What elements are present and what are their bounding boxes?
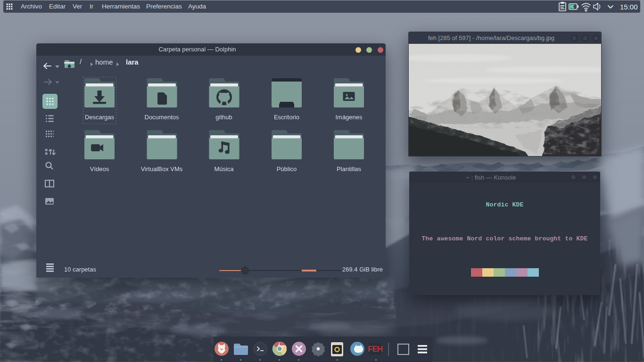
svg-text:10 carpetas: 10 carpetas [64,266,96,273]
svg-text:269.4 GiB libre: 269.4 GiB libre [342,266,383,273]
svg-text:FEH: FEH [368,345,383,354]
